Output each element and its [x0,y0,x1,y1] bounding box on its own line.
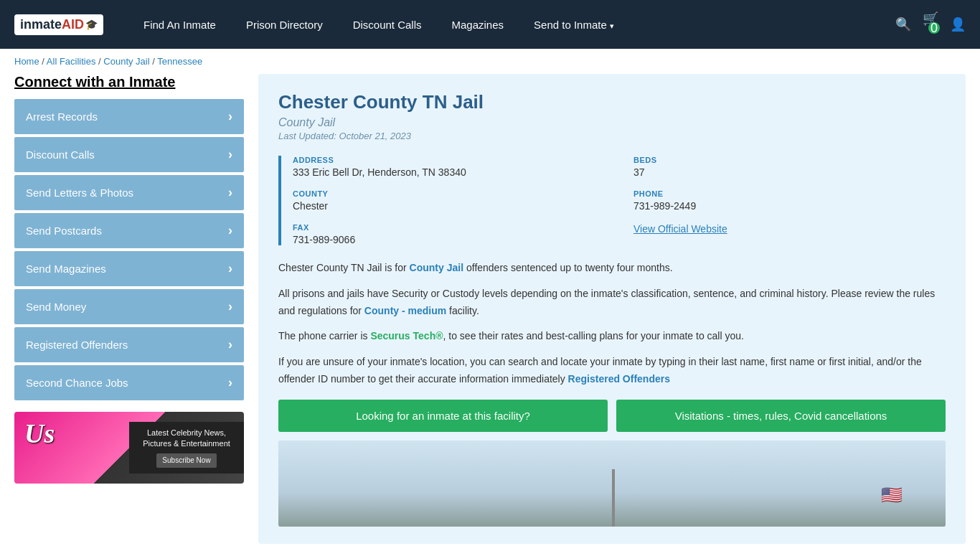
sidebar-arrow-icon: › [228,185,232,200]
nav-send-to-inmate-link[interactable]: Send to Inmate▾ [522,13,626,37]
sidebar: Connect with an Inmate Arrest Records › … [14,74,244,544]
search-icon[interactable]: 🔍 [895,17,911,32]
navbar-nav: Find An Inmate Prison Directory Discount… [132,19,895,31]
nav-find-inmate-link[interactable]: Find An Inmate [132,13,227,37]
sidebar-item-label: Registered Offenders [26,339,128,351]
dropdown-arrow-icon: ▾ [610,22,614,30]
sidebar-item-send-money[interactable]: Send Money › [14,289,244,324]
action-buttons: Looking for an inmate at this facility? … [278,400,946,432]
website-link[interactable]: View Official Website [633,223,727,235]
user-icon[interactable]: 👤 [950,17,966,32]
photo-pole [612,469,615,527]
sidebar-item-label: Second Chance Jobs [26,377,128,389]
facility-photo: 🇺🇸 [278,441,946,527]
county-jail-link[interactable]: County Jail [410,262,463,273]
county-label: COUNTY [293,189,605,198]
phone-value: 731-989-2449 [633,200,946,212]
breadcrumb-all-facilities[interactable]: All Facilities [47,56,96,67]
nav-find-inmate[interactable]: Find An Inmate [132,19,227,31]
sidebar-ad-headline: Latest Celebrity News, Pictures & Entert… [138,428,235,450]
sidebar-item-registered-offenders[interactable]: Registered Offenders › [14,327,244,362]
facility-updated: Last Updated: October 21, 2023 [278,131,946,141]
info-beds: BEDS 37 [633,156,946,178]
registered-offenders-link[interactable]: Registered Offenders [568,373,670,385]
navbar: inmateAID🎓 Find An Inmate Prison Directo… [0,0,980,49]
nav-magazines-link[interactable]: Magazines [440,13,516,37]
nav-discount-calls[interactable]: Discount Calls [341,19,433,31]
desc-para-1: Chester County TN Jail is for County Jai… [278,260,946,277]
sidebar-item-label: Send Magazines [26,263,106,275]
breadcrumb-tennessee[interactable]: Tennessee [157,56,202,67]
desc-para-3: The phone carrier is Securus Tech®, to s… [278,328,946,345]
sidebar-item-label: Send Letters & Photos [26,187,133,199]
sidebar-item-second-chance-jobs[interactable]: Second Chance Jobs › [14,365,244,400]
info-phone: PHONE 731-989-2449 [633,189,946,212]
sidebar-ad-cta[interactable]: Subscribe Now [156,453,216,468]
sidebar-item-label: Send Postcards [26,225,102,237]
facility-description: Chester County TN Jail is for County Jai… [278,260,946,388]
nav-prison-directory[interactable]: Prison Directory [235,19,334,31]
logo-inmate: inmate [20,17,62,32]
sidebar-item-send-postcards[interactable]: Send Postcards › [14,213,244,248]
info-county: COUNTY Chester [293,189,605,212]
beds-value: 37 [633,166,946,178]
logo-box: inmateAID🎓 [14,14,103,35]
breadcrumb-home[interactable]: Home [14,56,39,67]
facility-name: Chester County TN Jail [278,91,946,113]
address-label: ADDRESS [293,156,605,164]
sidebar-item-send-letters[interactable]: Send Letters & Photos › [14,175,244,210]
desc-para-2: All prisons and jails have Security or C… [278,286,946,320]
facility-type: County Jail [278,116,946,129]
sidebar-arrow-icon: › [228,147,232,162]
visitation-button[interactable]: Visitations - times, rules, Covid cancel… [616,400,946,432]
fax-value: 731-989-9066 [293,234,605,245]
nav-magazines[interactable]: Magazines [440,19,516,31]
info-website[interactable]: View Official Website [633,223,946,245]
sidebar-title: Connect with an Inmate [14,74,244,90]
logo-aid: AID [62,17,84,32]
address-value: 333 Eric Bell Dr, Henderson, TN 38340 [293,166,605,178]
nav-discount-calls-link[interactable]: Discount Calls [341,13,433,37]
sidebar-ad-brand: Us [24,418,55,449]
sidebar-ad-content: Latest Celebrity News, Pictures & Entert… [129,422,244,474]
main-container: Connect with an Inmate Arrest Records › … [0,74,980,551]
photo-flag-icon: 🇺🇸 [881,485,903,505]
breadcrumb: Home / All Facilities / County Jail / Te… [0,49,980,74]
securus-link[interactable]: Securus Tech® [370,330,443,342]
cart-icon[interactable]: 🛒0 [923,11,938,38]
sidebar-ad[interactable]: Us Latest Celebrity News, Pictures & Ent… [14,412,244,484]
sidebar-arrow-icon: › [228,109,232,124]
sidebar-arrow-icon: › [228,261,232,276]
sidebar-menu: Arrest Records › Discount Calls › Send L… [14,99,244,400]
beds-label: BEDS [633,156,946,164]
desc-para-4: If you are unsure of your inmate's locat… [278,354,946,388]
fax-label: FAX [293,223,605,232]
sidebar-item-arrest-records[interactable]: Arrest Records › [14,99,244,134]
sidebar-item-label: Discount Calls [26,149,95,161]
sidebar-item-discount-calls[interactable]: Discount Calls › [14,137,244,172]
logo[interactable]: inmateAID🎓 [14,14,103,35]
navbar-icons: 🔍 🛒0 👤 [895,11,966,38]
county-value: Chester [293,200,605,212]
info-section: ADDRESS 333 Eric Bell Dr, Henderson, TN … [278,156,946,245]
cart-badge: 0 [928,22,940,34]
sidebar-item-label: Send Money [26,301,86,313]
phone-label: PHONE [633,189,946,198]
info-fax: FAX 731-989-9066 [293,223,605,245]
sidebar-arrow-icon: › [228,375,232,390]
breadcrumb-county-jail[interactable]: County Jail [103,56,149,67]
sidebar-item-label: Arrest Records [26,110,98,123]
sidebar-arrow-icon: › [228,299,232,314]
sidebar-arrow-icon: › [228,337,232,352]
county-medium-link[interactable]: County - medium [364,305,446,316]
find-inmate-button[interactable]: Looking for an inmate at this facility? [278,400,608,432]
logo-hat-icon: 🎓 [85,19,98,30]
content-panel: Chester County TN Jail County Jail Last … [258,74,966,544]
sidebar-item-send-magazines[interactable]: Send Magazines › [14,251,244,286]
sidebar-arrow-icon: › [228,223,232,238]
info-address: ADDRESS 333 Eric Bell Dr, Henderson, TN … [293,156,605,178]
nav-send-to-inmate[interactable]: Send to Inmate▾ [522,19,626,31]
nav-prison-directory-link[interactable]: Prison Directory [235,13,334,37]
